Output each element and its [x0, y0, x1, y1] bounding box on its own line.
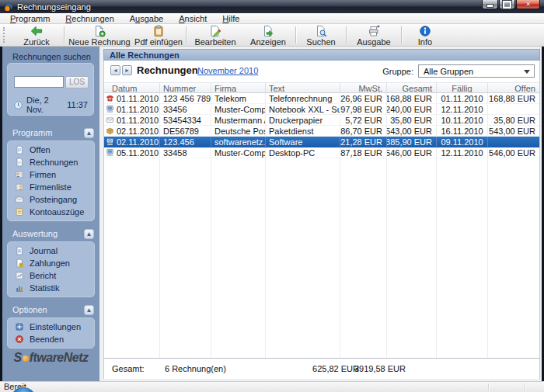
- table-row[interactable]: 02.11.2010DE56789Deutsche PostPaketdiens…: [104, 126, 539, 137]
- current-date: Die, 2 Nov.: [26, 95, 67, 114]
- close-button[interactable]: ✕: [516, 0, 540, 9]
- minimize-button[interactable]: [482, 0, 498, 9]
- collapse-button[interactable]: ▲: [84, 229, 94, 239]
- sidebar-item-firmen[interactable]: Firmen: [8, 168, 94, 181]
- toolbar-button-suchen[interactable]: Suchen: [298, 24, 344, 46]
- cell-faellig: 12.11.2010: [437, 104, 488, 114]
- toolbar-button-bearbeiten[interactable]: Bearbeiten: [188, 24, 242, 46]
- menu-item-ansicht[interactable]: Ansicht: [171, 13, 214, 23]
- journal-icon: [15, 246, 24, 255]
- cell-gesamt: 543,00 EUR: [387, 126, 437, 136]
- next-month-button[interactable]: ►: [122, 65, 132, 75]
- column-header-nummer[interactable]: Nummer: [160, 83, 211, 92]
- column-header-firma[interactable]: Firma: [211, 83, 266, 92]
- sidebar-sections: Programm▲OffenRechnungenFirmenFirmenlist…: [2, 120, 99, 349]
- sidebar-item-kontoauszüge[interactable]: Kontoauszüge: [8, 206, 94, 218]
- menu-item-rechnungen[interactable]: Rechnungen: [58, 13, 121, 23]
- section-panel-programm: OffenRechnungenFirmenFirmenlistePosteing…: [7, 140, 95, 221]
- sidebar-item-zahlungen[interactable]: Zahlungen: [8, 257, 94, 269]
- table-row[interactable]: 01.11.2010123 456 7890TelekomTelefonrech…: [104, 93, 539, 104]
- section-title: Optionen: [12, 305, 47, 314]
- app-icon[interactable]: [4, 2, 13, 12]
- prev-month-button[interactable]: ◄: [110, 65, 120, 75]
- sidebar-item-bericht[interactable]: Bericht: [8, 269, 94, 282]
- statusbar-separator: [525, 383, 525, 390]
- report-icon: [15, 271, 24, 280]
- cell-offen: [488, 104, 539, 114]
- table-row[interactable]: 02.11.2010123.456softwarenetz.deSoftware…: [104, 137, 539, 147]
- maximize-icon: [503, 1, 511, 9]
- current-time: 11:37: [67, 100, 88, 109]
- minimize-icon: [486, 4, 493, 8]
- cell-text: Software: [266, 137, 340, 147]
- clock-icon: [13, 100, 23, 110]
- titlebar: Rechnungseingang ✕: [0, 0, 544, 13]
- summary-count: 6 Rechnung(en): [165, 364, 226, 373]
- logo-dot: [23, 356, 29, 362]
- toolbar-button-label: Pdf einfügen: [134, 37, 183, 47]
- toolbar-button-neue-rechnung[interactable]: Neue Rechnung: [66, 24, 133, 46]
- group-select[interactable]: Alle Gruppen: [418, 64, 535, 78]
- cell-firma: Muster-Computer: [211, 104, 266, 114]
- column-header-text[interactable]: Text: [266, 83, 340, 92]
- cell-faellig: 01.11.2010: [437, 93, 488, 103]
- sidebar-item-label: Statistik: [30, 283, 60, 293]
- toolbar-button-pdf-einfügen[interactable]: Pdf einfügen: [133, 24, 184, 46]
- collapse-button[interactable]: ▲: [84, 128, 94, 138]
- column-header-offen[interactable]: Offen: [488, 83, 539, 92]
- column-header-datum[interactable]: Datum: [104, 83, 160, 92]
- section-panel-auswertung: JournalZahlungenBerichtStatistik: [7, 241, 95, 297]
- sidebar-item-label: Rechnungen: [30, 158, 78, 167]
- toolbar-button-ausgabe[interactable]: Ausgabe: [348, 24, 399, 46]
- statusbar: Bereit: [0, 381, 544, 392]
- sidebar-item-label: Kontoauszüge: [30, 207, 84, 217]
- summary-label: Gesamt:: [112, 364, 145, 373]
- sidebar-item-label: Journal: [30, 246, 58, 255]
- period-link[interactable]: November 2010: [197, 66, 258, 75]
- menu-item-programm[interactable]: Programm: [2, 13, 58, 23]
- toolbar-button-zurück[interactable]: Zurück: [11, 24, 62, 46]
- section-title: Auswertung: [12, 229, 58, 238]
- group-select-value: Alle Gruppen: [424, 67, 473, 76]
- sidebar-item-label: Firmenliste: [30, 182, 71, 192]
- sidebar-item-einstellungen[interactable]: Einstellungen: [8, 321, 94, 333]
- cell-datum: 01.11.2010: [104, 93, 160, 103]
- search-input[interactable]: [14, 76, 64, 88]
- maximize-button[interactable]: [499, 0, 515, 9]
- info-icon: [419, 25, 431, 37]
- column-header-mwst[interactable]: MwSt.: [340, 83, 387, 92]
- collapse-button[interactable]: ▲: [84, 305, 94, 315]
- cell-datum: 02.11.2010: [104, 126, 160, 136]
- toolbar-grip[interactable]: [3, 27, 7, 43]
- web-icon: [106, 137, 114, 146]
- column-header-faellig[interactable]: Fällig: [437, 83, 488, 92]
- section-title: Programm: [12, 128, 52, 137]
- sidebar-item-label: Bericht: [30, 271, 56, 280]
- sidebar-item-statistik[interactable]: Statistik: [8, 282, 94, 294]
- back-icon: [30, 25, 43, 37]
- menu-item-ausgabe[interactable]: Ausgabe: [122, 13, 171, 23]
- sidebar-item-firmenliste[interactable]: Firmenliste: [8, 181, 94, 193]
- menu-item-hilfe[interactable]: Hilfe: [214, 13, 247, 23]
- cell-mwst: 221,28 EUR: [340, 137, 387, 147]
- cell-faellig: 10.11.2010: [437, 115, 488, 125]
- table-row[interactable]: 01.11.201053454334Mustermann AGDruckerpa…: [104, 115, 539, 126]
- cell-offen: 168,88 EUR: [488, 93, 539, 103]
- cell-datum: 02.11.2010: [104, 137, 160, 147]
- toolbar-button-info[interactable]: Info: [403, 24, 447, 46]
- sidebar-item-beenden[interactable]: Beenden: [8, 333, 94, 345]
- sidebar-item-offen[interactable]: Offen: [8, 144, 94, 156]
- cell-nummer: 33456: [160, 104, 211, 114]
- clipboard-icon: [152, 25, 165, 37]
- toolbar-button-anzeigen[interactable]: Anzeigen: [242, 24, 294, 46]
- table-header: DatumNummerFirmaTextMwSt.GesamtFälligOff…: [104, 82, 539, 93]
- column-header-gesamt[interactable]: Gesamt: [387, 83, 437, 92]
- table-row[interactable]: 01.11.201033456Muster-ComputerNotebook X…: [104, 104, 539, 115]
- sidebar-item-journal[interactable]: Journal: [8, 245, 94, 257]
- grid-column: [340, 154, 387, 358]
- sidebar-item-rechnungen[interactable]: Rechnungen: [8, 156, 94, 168]
- toolbar-button-label: Info: [418, 37, 432, 47]
- doc-search-icon: [315, 25, 327, 37]
- sidebar-item-posteingang[interactable]: Posteingang: [8, 193, 94, 206]
- search-go-button[interactable]: LOS: [65, 76, 89, 88]
